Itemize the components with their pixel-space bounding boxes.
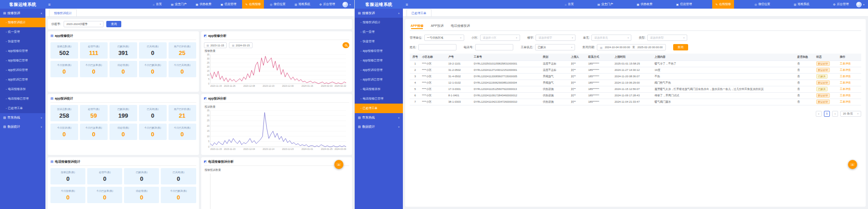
nav-item-4[interactable]: ▣信息管理 — [217, 0, 239, 9]
user-menu[interactable]: ▾ — [342, 2, 351, 7]
nav-item-2[interactable]: ▤业主门户 — [168, 0, 190, 9]
filter-unit: 管理单位: 一号供热区域 ▾ — [410, 35, 464, 41]
page-size-select[interactable]: 20 条/页 ▾ — [840, 111, 861, 117]
sidebar-item[interactable]: ▪快捷管理 — [0, 37, 45, 46]
sidebar-item[interactable]: ▪电话报修添加 — [0, 85, 45, 94]
community-select[interactable]: 请选择小区 ▾ — [480, 35, 520, 41]
sidebar-item[interactable]: ▪报修投诉统计 — [355, 18, 403, 27]
collapse-sidebar-icon[interactable]: ≡ — [406, 2, 408, 7]
sidebar-group-repair-complaint[interactable]: ▤报修投诉∧ — [355, 9, 403, 18]
sidebar-group[interactable]: ▧市东热线∨ — [0, 113, 45, 122]
nav-item-5[interactable]: ✎在线报修 — [712, 0, 734, 9]
sidebar-group[interactable]: ▧数据统计∨ — [0, 122, 45, 131]
sidebar-item[interactable]: ▪统一受理 — [355, 27, 403, 37]
current-page-button[interactable]: 1 — [824, 111, 830, 117]
phone-icon: ☏ — [850, 162, 855, 167]
prev-page-button[interactable]: ‹ — [816, 111, 822, 117]
table-cell: 2024-11-09 17:28:43 — [613, 92, 653, 99]
sidebar-item-label: 快捷管理 — [363, 40, 375, 44]
menu-item-icon: ▪ — [6, 21, 7, 24]
date-end-input[interactable]: ▦ 2024-03-15 — [229, 42, 252, 48]
sidebar-item[interactable]: ▪电话报修已管理 — [355, 94, 403, 104]
svg-text:15: 15 — [207, 70, 209, 72]
sidebar-item[interactable]: ▪app投诉待管理 — [0, 65, 45, 75]
stat-cell: 报修总数(条)502 — [50, 42, 78, 59]
stat-value: 0 — [169, 68, 195, 75]
tab-repair-complaint-stats[interactable]: 报修投诉统计 — [49, 9, 77, 16]
customer-service-fab[interactable]: ☏ — [334, 160, 343, 169]
sidebar-item[interactable]: ▪已处理工单 — [0, 104, 45, 113]
stat-value: 502 — [51, 50, 77, 56]
nav-item-4[interactable]: ▣信息管理 — [673, 0, 695, 9]
sidebar-item[interactable]: ▪app报修已管理 — [0, 56, 45, 65]
sidebar-item[interactable]: ▪快捷管理 — [355, 37, 403, 46]
menu-item-icon: ▪ — [6, 60, 7, 62]
sidebar-item[interactable]: ▪已处理工单 — [355, 104, 403, 113]
sidebar-group[interactable]: ▧数据统计∨ — [355, 122, 403, 131]
name-input[interactable] — [418, 44, 456, 50]
order-detail-link[interactable]: 工单详情 — [840, 69, 851, 71]
sidebar-item[interactable]: ▪电话报修添加 — [355, 85, 403, 94]
next-page-button[interactable]: › — [832, 111, 838, 117]
search-button[interactable]: 查询 — [106, 21, 121, 27]
phone-input[interactable] — [475, 44, 513, 50]
season-select[interactable]: 2023-2024供暖季 ▾ — [64, 21, 104, 27]
workorder-page: 客服运维系统 ▤报修投诉∧▪报修投诉统计▪统一受理▪快捷管理▪app报修待管理▪… — [355, 0, 868, 209]
menu-item-icon: ▪ — [361, 60, 362, 62]
building-select[interactable]: 请选择楼宇 ▾ — [536, 35, 575, 41]
order-detail-link[interactable]: 工单详情 — [840, 75, 851, 78]
nav-item-3[interactable]: ▦供热收费 — [634, 0, 656, 9]
order-detail-link[interactable]: 工单详情 — [840, 94, 851, 97]
unit-select[interactable]: 一号供热区域 ▾ — [424, 35, 464, 41]
sidebar-item[interactable]: ▪app报修待管理 — [0, 46, 45, 56]
user-menu[interactable]: ▾ — [856, 2, 864, 7]
status-select[interactable]: 已解决 ▾ — [535, 44, 575, 50]
customer-service-fab[interactable]: ☏ — [848, 160, 857, 169]
order-detail-link[interactable]: 工单详情 — [840, 100, 851, 103]
subtab-2[interactable]: APP投诉 — [431, 24, 443, 28]
sidebar-item-label: 报修投诉统计 — [363, 20, 381, 25]
tab-processed-orders[interactable]: 已处理工单 — [407, 9, 432, 16]
chart-search-button[interactable] — [342, 42, 349, 48]
stat-value: 0 — [51, 175, 84, 182]
nav-item-8[interactable]: ⚙后台管理 — [316, 0, 338, 9]
subtab-1[interactable]: APP报修 — [411, 24, 423, 28]
search-button[interactable]: 查询 — [673, 44, 688, 50]
sidebar-item[interactable]: ▪app投诉已管理 — [0, 75, 45, 85]
status-badge: 默认好评 — [816, 93, 830, 98]
sidebar-item[interactable]: ▪app报修待管理 — [355, 46, 403, 56]
order-detail-link[interactable]: 工单详情 — [840, 81, 851, 84]
sidebar-item[interactable]: ▪统一受理 — [0, 27, 45, 37]
nav-item-1[interactable]: ⌂首页 — [562, 0, 577, 9]
nav-item-6[interactable]: ◎微信位置 — [267, 0, 288, 9]
stat-value: 21 — [169, 112, 195, 119]
nav-item-1[interactable]: ⌂首页 — [150, 0, 165, 9]
nav-item-2[interactable]: ▤业主门户 — [594, 0, 616, 9]
order-detail-link[interactable]: 工单详情 — [840, 62, 851, 65]
table-cell: 185****** — [587, 60, 613, 67]
sidebar-item[interactable]: ▪app投诉待管理 — [355, 65, 403, 75]
pagination: ‹ 1 › 20 条/页 ▾ — [410, 111, 861, 117]
unit-number-select[interactable]: 请选择单元 ▾ — [591, 35, 631, 41]
sidebar-item[interactable]: ▪app报修已管理 — [355, 56, 403, 65]
order-detail-link[interactable]: 工单详情 — [840, 88, 851, 90]
collapse-sidebar-icon[interactable]: ≡ — [48, 2, 50, 7]
nav-item-7[interactable]: ▥巡检系统 — [790, 0, 813, 9]
nav-item-5[interactable]: ✎在线报修 — [242, 0, 264, 9]
sidebar-group-repair-complaint[interactable]: ▤报修投诉∧ — [0, 9, 45, 18]
sidebar-item[interactable]: ▪电话报修已管理 — [0, 94, 45, 104]
sidebar-item[interactable]: ▪app投诉已管理 — [355, 75, 403, 85]
daterange-picker[interactable]: ▦ 2024-10-04 00:00:00 至 2025-02-20 00:00… — [597, 44, 666, 50]
sidebar-item[interactable]: ▪报修投诉统计 — [0, 18, 45, 27]
subtab-3[interactable]: 电话报修投诉 — [451, 24, 470, 28]
type-select[interactable]: 请选择类型 ▾ — [647, 35, 687, 41]
nav-item-3[interactable]: ▦供热收费 — [193, 0, 215, 9]
table-cell: 阀门憋气不热 — [653, 80, 796, 86]
nav-item-7[interactable]: ▥巡检系统 — [291, 0, 313, 9]
stat-cell: 处理中(条)111 — [80, 42, 108, 59]
sidebar-group[interactable]: ▧市东热线∨ — [355, 113, 403, 122]
nav-item-8[interactable]: ⚙后台管理 — [830, 0, 852, 9]
date-start-input[interactable]: ▦ 2023-11-15 — [204, 42, 227, 48]
stat-cell: 今日已派单(条)0 — [80, 61, 108, 77]
nav-item-6[interactable]: ◎微信位置 — [751, 0, 773, 9]
